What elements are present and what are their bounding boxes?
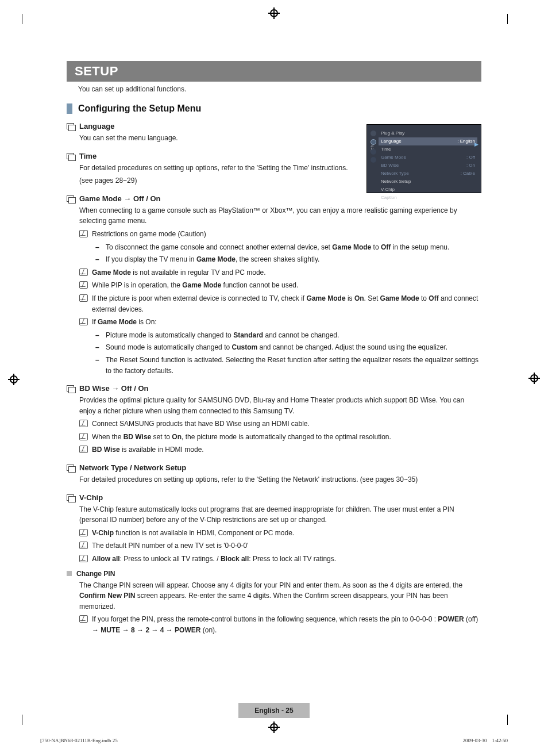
note-icon (79, 268, 87, 276)
note-text: If you forget the PIN, press the remote-… (92, 614, 481, 635)
bullet-icon (67, 195, 75, 202)
intro-text: You can set up additional functions. (67, 82, 481, 95)
item-text: When connecting to a game console such a… (79, 205, 481, 227)
dash-icon: – (95, 254, 101, 265)
note-text: BD Wise is available in HDMI mode. (92, 444, 204, 455)
osd-preview: Setup ▶ Plug & Play Language: English Ti… (366, 124, 481, 193)
osd-row: Network Setup (379, 178, 477, 186)
note-icon (79, 615, 87, 623)
osd-category-icon (371, 149, 376, 155)
item-title-network: Network Type / Network Setup (79, 463, 186, 472)
item-text: Provides the optimal picture quality for… (79, 395, 481, 416)
item-title-game-mode: Game Mode → Off / On (79, 194, 161, 203)
osd-row-label: V-Chip (381, 186, 395, 193)
osd-row-value: : On (466, 162, 475, 169)
square-bullet-icon (67, 571, 72, 576)
note-icon (79, 318, 87, 325)
note-text: Allow all: Press to unlock all TV rating… (92, 554, 336, 565)
osd-row-label: Game Mode (381, 154, 406, 161)
note-text: If Game Mode is On: (92, 317, 157, 328)
item-text: For detailed procedures on setting up op… (79, 474, 481, 485)
osd-category-icon (371, 157, 376, 163)
osd-row-value: : English (457, 138, 475, 145)
dash-icon: – (95, 242, 101, 253)
section-tab-icon (67, 103, 72, 114)
doc-footer: [750-NA]BN68-02111B-Eng.indb 25 2009-03-… (40, 738, 508, 743)
registration-mark-icon (8, 374, 20, 385)
note-text: The Reset Sound function is activated. S… (106, 355, 481, 376)
crop-mark (507, 715, 508, 725)
osd-row-value: : Off (466, 154, 475, 161)
page-number-pill: English - 25 (238, 703, 309, 718)
note-icon (79, 420, 87, 427)
note-icon (79, 542, 87, 549)
osd-row-label: Network Type (381, 170, 409, 177)
osd-row: BD Wise: On (379, 162, 477, 170)
note-text: While PIP is in operation, the Game Mode… (92, 280, 298, 291)
osd-category-icon (371, 131, 376, 136)
osd-row: V-Chip (379, 186, 477, 194)
note-text: Picture mode is automatically changed to… (106, 330, 339, 341)
item-text: The V-Chip feature automatically locks o… (79, 504, 481, 525)
note-text: Game Mode is not available in regular TV… (92, 267, 266, 278)
osd-row-label: Network Setup (381, 178, 411, 185)
note-text: When the BD Wise set to On, the picture … (92, 432, 391, 443)
note-icon (79, 294, 87, 302)
registration-mark-icon (528, 373, 540, 384)
item-title-time: Time (79, 152, 97, 160)
note-text: V-Chip function is not available in HDMI… (92, 528, 294, 539)
note-icon (79, 529, 87, 536)
osd-row: Caption (379, 194, 477, 202)
item-text: The Change PIN screen will appear. Choos… (79, 580, 481, 612)
osd-row-label: Time (381, 146, 391, 153)
item-title-change-pin: Change PIN (76, 570, 115, 578)
dash-icon: – (95, 355, 101, 376)
doc-footer-right: 2009-03-30 1:42:50 (463, 738, 508, 743)
crop-mark (22, 14, 22, 24)
note-text: Restrictions on game mode (Caution) (92, 229, 206, 240)
osd-row-label: Language (381, 138, 402, 145)
item-title-bdwise: BD Wise → Off / On (79, 384, 149, 393)
note-text: Sound mode is automatically changed to C… (106, 342, 447, 353)
crop-mark (507, 14, 508, 24)
osd-row: Game Mode: Off (379, 153, 477, 162)
note-text: If you display the TV menu in Game Mode,… (106, 254, 319, 265)
section-heading: Configuring the Setup Menu (78, 103, 201, 114)
title-bar: SETUP (67, 61, 481, 82)
osd-row-selected: Language: English (379, 137, 477, 145)
osd-row-label: Caption (381, 194, 397, 201)
dash-icon: – (95, 342, 101, 353)
registration-mark-icon (268, 7, 280, 19)
note-icon (79, 230, 87, 237)
osd-row-label: Plug & Play (381, 130, 404, 137)
note-icon (79, 281, 87, 289)
crop-mark (22, 715, 22, 725)
note-text: The default PIN number of a new TV set i… (92, 540, 249, 551)
bullet-icon (67, 153, 75, 160)
chevron-right-icon: ▶ (474, 141, 478, 149)
note-icon (79, 433, 87, 440)
bullet-icon (67, 385, 75, 392)
bullet-icon (67, 465, 75, 471)
osd-row-value: : Cable (461, 170, 475, 177)
doc-footer-left: [750-NA]BN68-02111B-Eng.indb 25 (40, 738, 118, 743)
note-text: Connect SAMSUNG products that have BD Wi… (92, 419, 310, 429)
osd-row: Time (379, 145, 477, 153)
page-body: SETUP You can set up additional function… (46, 40, 502, 724)
bullet-icon (67, 123, 75, 130)
note-text: If the picture is poor when external dev… (92, 293, 481, 314)
item-title-vchip: V-Chip (79, 493, 103, 502)
note-text: To disconnect the game console and conne… (106, 242, 449, 253)
osd-category-icon (371, 139, 376, 145)
dash-icon: – (95, 330, 101, 341)
note-icon (79, 555, 87, 562)
osd-row: Plug & Play (379, 129, 477, 137)
note-icon (79, 446, 87, 453)
osd-row-label: BD Wise (381, 162, 399, 169)
item-title-language: Language (79, 122, 114, 131)
bullet-icon (67, 494, 75, 501)
osd-row: Network Type: Cable (379, 170, 477, 178)
